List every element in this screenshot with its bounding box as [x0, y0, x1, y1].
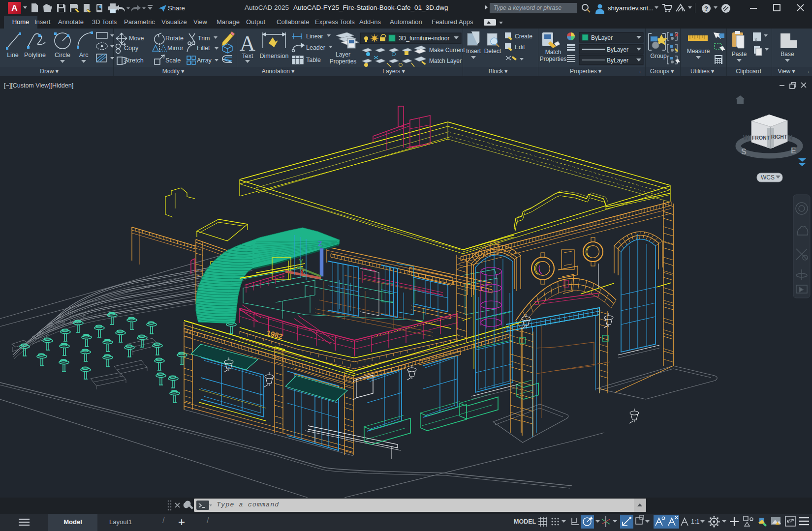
svg-text:?: ? [704, 5, 708, 12]
svg-text:W: W [743, 134, 750, 141]
svg-text:Y: Y [299, 258, 304, 266]
svg-text:WCS: WCS [761, 174, 775, 181]
svg-text:Create: Create [515, 33, 532, 40]
svg-text:[−][Custom View][Hidden]: [−][Custom View][Hidden] [4, 82, 73, 89]
svg-text:RIGHT: RIGHT [771, 134, 787, 140]
svg-text:Match: Match [545, 49, 562, 56]
svg-text:Circle: Circle [55, 52, 70, 59]
svg-text:Paste: Paste [732, 51, 747, 58]
svg-text:Fillet: Fillet [197, 45, 210, 52]
svg-text:Line: Line [7, 52, 19, 59]
svg-text:E: E [791, 147, 796, 155]
svg-text:Measure: Measure [687, 48, 710, 55]
svg-text:Array: Array [197, 57, 212, 64]
svg-text:Linear: Linear [306, 33, 323, 40]
svg-text:FRONT: FRONT [752, 135, 770, 141]
svg-text:Move: Move [129, 35, 144, 42]
svg-text:Base: Base [781, 51, 794, 58]
svg-text:Z: Z [318, 240, 322, 248]
svg-text:Rotate: Rotate [165, 35, 184, 42]
svg-text:Mirror: Mirror [167, 45, 184, 52]
svg-text:Edit: Edit [515, 44, 525, 51]
svg-text:Polyline: Polyline [24, 52, 46, 59]
svg-text:Match Layer: Match Layer [429, 58, 462, 64]
svg-text:Stretch: Stretch [124, 57, 144, 64]
svg-text:A: A [240, 31, 255, 56]
svg-text:Trim: Trim [198, 35, 210, 42]
svg-text:1982: 1982 [266, 328, 283, 341]
svg-text:Copy: Copy [124, 45, 139, 52]
svg-text:Text: Text [242, 53, 253, 59]
svg-text:1:1: 1:1 [691, 518, 699, 525]
svg-text:ByLayer: ByLayer [607, 57, 628, 64]
svg-text:Group: Group [650, 53, 667, 59]
svg-text:Dimension: Dimension [259, 53, 288, 59]
svg-text:3D_furniture-indoor: 3D_furniture-indoor [399, 35, 449, 42]
svg-text:MODEL: MODEL [514, 518, 536, 525]
svg-text:Arc: Arc [79, 52, 89, 59]
svg-text:Detect: Detect [484, 48, 501, 55]
svg-text:ByLayer: ByLayer [591, 34, 613, 41]
svg-text:Scale: Scale [165, 57, 181, 64]
svg-text:Properties: Properties [540, 56, 567, 62]
svg-text:Leader: Leader [306, 44, 325, 51]
svg-text:Insert: Insert [466, 48, 481, 55]
svg-text:Layer: Layer [336, 51, 350, 58]
svg-text:ByLayer: ByLayer [607, 46, 628, 53]
svg-text:Make Current: Make Current [429, 47, 465, 54]
svg-text:Table: Table [306, 57, 321, 63]
svg-text:N: N [788, 134, 792, 141]
svg-text:S: S [741, 148, 747, 156]
svg-text:Properties: Properties [330, 58, 357, 65]
